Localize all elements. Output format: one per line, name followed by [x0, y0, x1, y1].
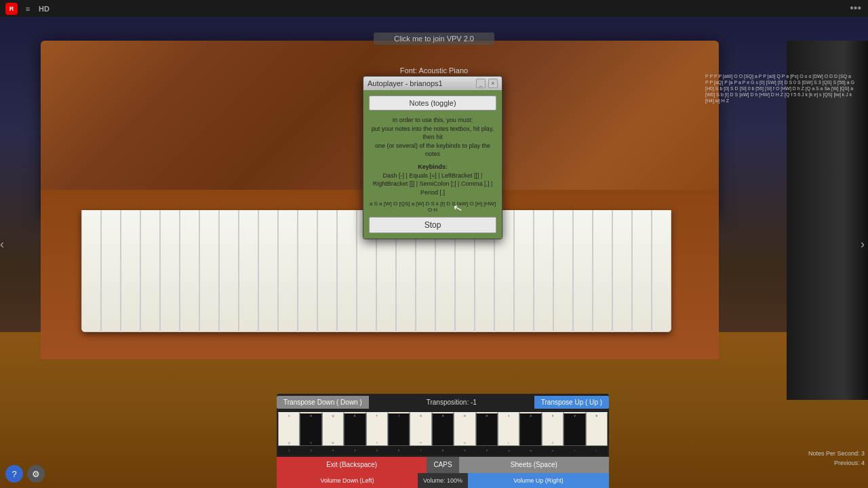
mini-key-5[interactable]: TY — [366, 412, 388, 446]
piano-key-25[interactable] — [553, 210, 573, 332]
piano-key-2[interactable] — [101, 210, 121, 332]
piano-key-7[interactable] — [199, 210, 219, 332]
sheets-button[interactable]: Sheets (Space) — [459, 457, 609, 473]
volume-up-button[interactable]: Volume Up (Right) — [468, 473, 609, 488]
bottom-controls: Exit (Backspace) CAPS Sheets (Space) — [277, 457, 609, 473]
mini-key-13[interactable]: XC — [542, 412, 564, 446]
piano-key-5[interactable] — [160, 210, 180, 332]
bottom-left-icons: ? ⚙ — [5, 465, 45, 483]
piano-key-4[interactable] — [140, 210, 160, 332]
bottom-right-stats: Notes Per Second: 3 Previous: 4 — [808, 449, 865, 468]
transpose-row: Transpose Down ( Down ) Transposition: -… — [277, 394, 609, 411]
piano-key-3[interactable] — [121, 210, 140, 332]
stop-button[interactable]: Stop — [369, 217, 496, 233]
dialog-titlebar-buttons: _ × — [476, 79, 498, 88]
dialog-title: Autoplayer - brianops1 — [368, 79, 443, 87]
volume-row: Volume Down (Left) Volume: 100% Volume U… — [277, 473, 609, 488]
mini-key-9[interactable]: DG — [454, 412, 475, 446]
mini-key-11[interactable]: JL — [498, 412, 519, 446]
piano-key-6[interactable] — [180, 210, 199, 332]
mini-key-2[interactable]: S% — [300, 412, 321, 446]
mini-key-12[interactable]: Z — [519, 412, 541, 446]
piano-key-27[interactable] — [593, 210, 612, 332]
bottom-ui-panel: Transpose Down ( Down ) Transposition: -… — [277, 394, 609, 488]
piano-key-28[interactable] — [612, 210, 632, 332]
notes-display: a S a [W] O [QS] a [W] D S k [I] D S [aW… — [369, 201, 496, 213]
join-banner[interactable]: Click me to join VPV 2.0 — [374, 33, 494, 45]
piano-key-30[interactable] — [652, 210, 671, 332]
notes-per-second-label: Notes Per Second: 3 — [808, 449, 865, 459]
piano-key-29[interactable] — [632, 210, 652, 332]
keybinds-section: Keybinds: Dash [-] | Equals [=] | LeftBr… — [369, 163, 496, 197]
piano-key-13[interactable] — [317, 210, 337, 332]
piano-key-12[interactable] — [298, 210, 317, 332]
caps-button[interactable]: CAPS — [427, 457, 458, 473]
transposition-label: Transposition: -1 — [369, 399, 534, 406]
top-bar: R ≡ HD ••• — [0, 0, 868, 17]
piano-key-10[interactable] — [258, 210, 278, 332]
mini-key-6[interactable]: I — [388, 412, 410, 446]
piano-key-11[interactable] — [278, 210, 298, 332]
right-arrow[interactable]: › — [861, 237, 865, 251]
piano-key-23[interactable] — [514, 210, 534, 332]
mini-key-3[interactable]: QW — [322, 412, 344, 446]
num-label-1: 1 — [278, 446, 300, 455]
dialog-content: Notes (toggle) In order to use this, you… — [363, 90, 502, 239]
minimize-button[interactable]: _ — [476, 79, 486, 88]
piano-key-24[interactable] — [534, 210, 553, 332]
mini-key-1[interactable]: 1@ — [278, 412, 300, 446]
piano-key-9[interactable] — [239, 210, 258, 332]
close-button[interactable]: × — [488, 79, 498, 88]
font-label: Font: Acoustic Piano — [400, 66, 468, 75]
piano-key-1[interactable] — [81, 210, 101, 332]
notes-scroll: P P P P [aW] O O [SQ] a P P [a0] Q P a [… — [705, 73, 854, 127]
mini-key-7[interactable]: OP — [410, 412, 431, 446]
more-options-icon[interactable]: ••• — [850, 2, 861, 14]
autoplayer-dialog: Autoplayer - brianops1 _ × Notes (toggle… — [363, 76, 502, 239]
roblox-icon: R — [5, 3, 18, 15]
menu-icon[interactable]: ≡ — [22, 3, 34, 15]
piano-key-26[interactable] — [573, 210, 593, 332]
mini-key-14[interactable]: V — [564, 412, 585, 446]
volume-down-button[interactable]: Volume Down (Left) — [277, 473, 418, 488]
piano-key-14[interactable] — [337, 210, 357, 332]
transpose-down-button[interactable]: Transpose Down ( Down ) — [277, 396, 369, 409]
hd-icon: HD — [38, 3, 50, 15]
transpose-up-button[interactable]: Transpose Up ( Up ) — [534, 396, 609, 409]
game-scene: R ≡ HD ••• Click me to join VPV 2.0 Font… — [0, 0, 868, 488]
dialog-titlebar: Autoplayer - brianops1 _ × — [363, 77, 502, 90]
mini-key-8[interactable]: S — [432, 412, 454, 446]
previous-label: Previous: 4 — [808, 459, 865, 468]
mini-key-10[interactable]: H — [476, 412, 498, 446]
mini-piano-container: 1@ S% QW E TY I OP S DG H JL Z XC V B — [277, 411, 609, 457]
piano-key-8[interactable] — [219, 210, 239, 332]
volume-label: Volume: 100% — [418, 473, 468, 488]
settings-icon[interactable]: ⚙ — [27, 465, 45, 483]
mini-key-15[interactable]: B — [586, 412, 608, 446]
notes-toggle-button[interactable]: Notes (toggle) — [369, 96, 496, 110]
help-icon[interactable]: ? — [5, 465, 23, 483]
exit-button[interactable]: Exit (Backspace) — [277, 457, 427, 473]
mini-key-4[interactable]: E — [344, 412, 366, 446]
dialog-instructions: In order to use this, you must: put your… — [369, 116, 496, 159]
left-arrow[interactable]: ‹ — [0, 237, 4, 251]
